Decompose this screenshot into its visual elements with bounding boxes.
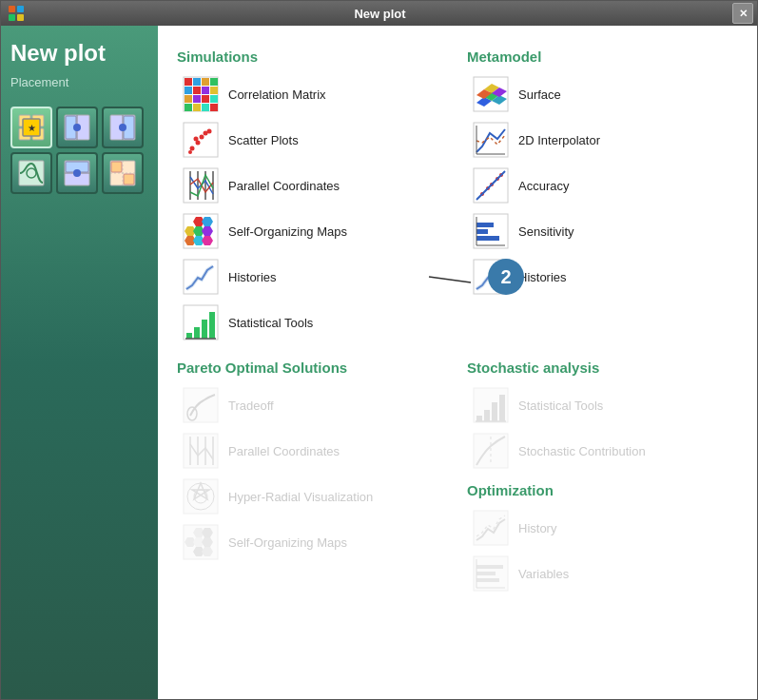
placement-btn-2[interactable] <box>56 107 98 148</box>
svg-rect-132 <box>476 578 499 582</box>
placement-btn-5[interactable] <box>56 152 98 194</box>
svg-rect-30 <box>185 78 192 86</box>
svg-point-13 <box>73 124 81 131</box>
scatter-plots-icon <box>183 122 219 158</box>
svg-rect-0 <box>9 6 15 12</box>
svg-rect-3 <box>17 14 24 21</box>
stochastic-heading: Stochastic analysis <box>467 360 738 376</box>
histories-sim-wrapper: Histories 2 <box>177 255 448 299</box>
svg-rect-33 <box>210 78 218 86</box>
main-panel: Simulations <box>158 26 757 699</box>
app-icon <box>5 2 28 25</box>
menu-item-parallel-coordinates-sim[interactable]: Parallel Coordinates <box>177 164 448 207</box>
svg-rect-39 <box>193 95 201 103</box>
simulations-section: Simulations <box>177 45 448 346</box>
self-organizing-maps-pareto-label: Self-Organizing Maps <box>228 535 347 550</box>
placement-btn-6[interactable] <box>102 152 144 194</box>
scatter-plots-label: Scatter Plots <box>228 133 299 147</box>
parallel-coordinates-pareto-label: Parallel Coordinates <box>228 444 340 458</box>
menu-item-tradeoff: Tradeoff <box>177 383 448 427</box>
svg-rect-31 <box>193 78 201 86</box>
variables-opt-icon <box>473 555 509 592</box>
svg-rect-130 <box>476 565 503 569</box>
svg-rect-97 <box>476 236 499 241</box>
svg-rect-42 <box>185 104 192 111</box>
menu-item-scatter-plots[interactable]: Scatter Plots <box>177 118 448 162</box>
menu-item-correlation-matrix[interactable]: Correlation Matrix <box>177 72 448 116</box>
parallel-coordinates-sim-icon <box>183 167 219 204</box>
metamodel-section: Metamodel <box>467 45 738 346</box>
svg-rect-35 <box>193 87 201 94</box>
menu-item-parallel-coordinates-pareto: Parallel Coordinates <box>177 429 448 473</box>
menu-item-sensitivity[interactable]: Sensitivity <box>467 209 738 253</box>
svg-rect-25 <box>111 162 122 172</box>
hyper-radial-label: Hyper-Radial Visualization <box>228 490 373 504</box>
titlebar: New plot ✕ <box>1 1 757 26</box>
svg-rect-34 <box>185 87 192 94</box>
placement-btn-1[interactable]: ★ <box>10 107 52 148</box>
pareto-heading: Pareto Optimal Solutions <box>177 360 448 376</box>
history-opt-label: History <box>518 521 556 535</box>
svg-rect-40 <box>202 95 209 103</box>
stochastic-contribution-icon <box>473 433 509 469</box>
accuracy-icon <box>473 167 509 204</box>
svg-rect-72 <box>194 327 200 339</box>
menu-item-statistical-tools-sim[interactable]: Statistical Tools <box>177 301 448 344</box>
accuracy-label: Accuracy <box>518 179 569 193</box>
sidebar: New plot Placement ★ <box>1 26 158 699</box>
svg-rect-71 <box>186 333 192 339</box>
svg-point-52 <box>207 129 212 134</box>
sidebar-subtitle: Placement <box>10 75 148 89</box>
parallel-coordinates-pareto-icon <box>183 433 219 469</box>
parallel-coordinates-sim-label: Parallel Coordinates <box>228 179 340 193</box>
menu-item-accuracy[interactable]: Accuracy <box>467 164 738 207</box>
svg-rect-43 <box>193 104 201 111</box>
svg-rect-26 <box>124 174 134 185</box>
self-organizing-maps-sim-label: Self-Organizing Maps <box>228 224 347 239</box>
metamodel-heading: Metamodel <box>467 49 738 65</box>
menu-item-statistical-tools-stoch: Statistical Tools <box>467 383 738 427</box>
svg-rect-73 <box>202 320 207 339</box>
svg-rect-38 <box>185 95 192 103</box>
menu-item-self-organizing-maps-pareto: Self-Organizing Maps <box>177 520 448 564</box>
sidebar-title: New plot <box>10 41 148 66</box>
self-organizing-maps-sim-icon <box>183 213 219 249</box>
content-area: New plot Placement ★ <box>1 26 757 699</box>
menu-item-hyper-radial: Hyper-Radial Visualization <box>177 475 448 518</box>
2d-interpolator-icon <box>473 122 509 158</box>
menu-item-2d-interpolator[interactable]: 2D Interpolator <box>467 118 738 162</box>
placement-btn-3[interactable] <box>102 107 144 148</box>
variables-opt-label: Variables <box>518 567 569 581</box>
optimization-heading: Optimization <box>467 482 738 498</box>
svg-rect-122 <box>484 410 490 421</box>
sensitivity-label: Sensitivity <box>518 224 574 239</box>
tradeoff-icon <box>183 387 219 423</box>
statistical-tools-stoch-icon <box>473 387 509 423</box>
pareto-section: Pareto Optimal Solutions Tradeoff <box>177 356 448 595</box>
menu-item-variables-opt: Variables <box>467 552 738 595</box>
simulations-heading: Simulations <box>177 49 448 65</box>
self-organizing-maps-pareto-icon <box>183 524 219 560</box>
menu-item-self-organizing-maps-sim[interactable]: Self-Organizing Maps <box>177 209 448 253</box>
placement-btn-4[interactable] <box>10 152 52 194</box>
surface-icon <box>473 76 509 112</box>
svg-rect-83 <box>474 123 508 157</box>
svg-rect-36 <box>202 87 209 94</box>
svg-point-47 <box>190 146 195 151</box>
right-lower-sections: Stochastic analysis <box>467 356 738 605</box>
menu-item-surface[interactable]: Surface <box>467 72 738 116</box>
stochastic-contribution-label: Stochastic Contribution <box>518 444 646 458</box>
menu-item-stochastic-contribution: Stochastic Contribution <box>467 429 738 473</box>
svg-rect-37 <box>210 87 218 94</box>
svg-point-50 <box>200 135 204 140</box>
svg-rect-95 <box>476 223 494 227</box>
close-button[interactable]: ✕ <box>732 3 753 24</box>
sensitivity-icon <box>473 213 509 249</box>
svg-rect-131 <box>476 572 496 575</box>
svg-rect-41 <box>210 95 218 103</box>
surface-label: Surface <box>518 88 561 102</box>
svg-line-69 <box>429 277 471 282</box>
svg-point-17 <box>119 124 126 131</box>
placement-grid: ★ <box>10 107 148 194</box>
menu-item-histories-sim[interactable]: Histories <box>177 255 448 299</box>
